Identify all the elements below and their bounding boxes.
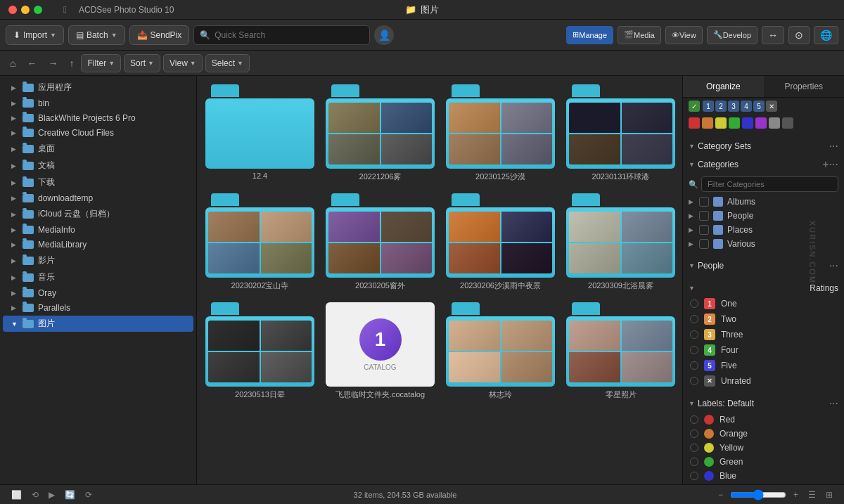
back-button[interactable]: ← [23,55,41,72]
swatch-orange[interactable] [702,117,713,129]
status-icon-btn-5[interactable]: ⟳ [82,489,95,501]
maximize-button[interactable] [34,6,42,14]
media-button[interactable]: 🎬 Media [618,26,661,44]
swatch-gray1[interactable] [769,117,780,129]
people-checkbox[interactable] [699,211,709,221]
extra-button1[interactable]: ↔ [762,26,784,44]
rating-item-2[interactable]: 2 Two [683,311,844,327]
label-item-orange[interactable]: Orange [683,427,844,441]
grid-item[interactable]: 12.4 [203,82,317,185]
status-icon-btn-3[interactable]: ▶ [46,489,58,501]
cat-item-albums[interactable]: ▶ Albums [683,195,844,209]
select-button[interactable]: Select ▼ [205,54,250,72]
categories-add-icon[interactable]: + [822,158,829,171]
swatch-yellow[interactable] [715,117,727,129]
manage-button[interactable]: ⊞ Manage [566,26,613,44]
rating-item-1[interactable]: 1 One [683,296,844,311]
grid-item[interactable]: 20230131环球港 [563,82,678,185]
minimize-button[interactable] [21,6,30,14]
places-checkbox[interactable] [699,225,709,235]
badge-4[interactable]: 4 [741,101,752,112]
categories-header[interactable]: ▼ Categories + ··· [683,155,844,174]
sidebar-item-music[interactable]: ▶ 音乐 [3,269,193,285]
swatch-gray2[interactable] [782,117,793,129]
zoom-slider[interactable] [730,489,786,500]
cat-item-places[interactable]: ▶ Places [683,223,844,237]
home-button[interactable]: ⌂ [6,55,20,72]
grid-item[interactable]: 20230202宝山寺 [203,190,317,294]
import-button[interactable]: ⬇ Import ▼ [6,25,64,45]
view-mode-button[interactable]: View ▼ [163,54,203,72]
sidebar-item-apps[interactable]: ▶ 应用程序 [3,79,193,96]
grid-view-button[interactable]: ⊞ [823,489,836,501]
tab-organize[interactable]: Organize [683,76,764,97]
category-sets-header[interactable]: ▼ Category Sets ··· [683,137,844,155]
rating-item-5[interactable]: 5 Five [683,358,844,373]
people-more-icon[interactable]: ··· [829,259,838,272]
rating-item-unrated[interactable]: ✕ Unrated [683,373,844,389]
people-section-header[interactable]: ▼ People ··· [683,257,844,275]
filter-button[interactable]: Filter ▼ [81,54,121,72]
sidebar-item-downloadtemp[interactable]: ▶ downloadtemp [3,191,193,205]
badge-3[interactable]: 3 [728,101,739,112]
up-button[interactable]: ↑ [65,55,78,72]
sort-button[interactable]: Sort ▼ [124,54,160,72]
rating-item-4[interactable]: 4 Four [683,342,844,358]
grid-item[interactable]: 20230205窗外 [323,190,437,294]
categories-more-icon[interactable]: ··· [829,158,838,171]
list-view-button[interactable]: ☰ [805,489,819,501]
label-item-red[interactable]: Red [683,413,844,427]
sidebar-item-pictures[interactable]: ▼ 图片 [3,316,193,332]
cat-item-people[interactable]: ▶ People [683,209,844,223]
batch-button[interactable]: ▤ Batch ▼ [68,25,125,45]
sidebar-item-cc[interactable]: ▶ Creative Cloud Files [3,126,193,140]
sidebar-item-documents[interactable]: ▶ 文稿 [3,157,193,174]
badge-5[interactable]: 5 [753,101,765,112]
labels-more-icon[interactable]: ··· [829,397,838,410]
status-icon-btn-1[interactable]: ⬜ [8,489,25,501]
user-avatar[interactable]: 👤 [374,25,394,45]
status-icon-btn-2[interactable]: ⟲ [29,489,41,501]
sidebar-item-desktop[interactable]: ▶ 桌面 [3,141,193,157]
label-item-yellow[interactable]: Yellow [683,441,844,455]
view-button[interactable]: 👁 View [665,26,703,44]
grid-item[interactable]: 20230125沙漠 [443,82,558,185]
cat-item-various[interactable]: ▶ Various [683,237,844,251]
grid-item[interactable]: 20230309北浴晨雾 [563,190,678,294]
sidebar-item-mediainfo[interactable]: ▶ MediaInfo [3,223,193,237]
develop-button[interactable]: 🔧 Develop [707,26,757,44]
badge-x[interactable]: ✕ [766,101,777,112]
close-button[interactable] [8,6,17,14]
filter-categories-input[interactable] [701,176,838,192]
sidebar-item-bin[interactable]: ▶ bin [3,96,193,110]
sidebar-item-movies[interactable]: ▶ 影片 [3,252,193,269]
badge-2[interactable]: 2 [715,101,727,112]
extra-button3[interactable]: 🌐 [814,26,838,44]
sendpix-button[interactable]: 📤 SendPix [129,25,190,45]
zoom-in-button[interactable]: + [791,489,801,501]
grid-item[interactable]: 20230206沙溪雨中夜景 [443,190,558,294]
label-item-blue[interactable]: Blue [683,469,844,483]
rating-check-icon[interactable]: ✓ [689,101,700,112]
grid-item[interactable]: 20221206雾 [323,82,437,185]
labels-header[interactable]: ▼ Labels: Default ··· [683,394,844,413]
ratings-header[interactable]: ▼ Ratings [683,280,844,296]
search-input[interactable] [215,30,364,40]
swatch-purple[interactable] [755,117,767,129]
badge-1[interactable]: 1 [703,101,714,112]
sidebar-item-oray[interactable]: ▶ Oray [3,286,193,300]
sidebar-item-medialibrary[interactable]: ▶ MediaLibrary [3,238,193,252]
sidebar-item-icloud[interactable]: ▶ iCloud 云盘（归档） [3,206,193,222]
sidebar-item-parallels[interactable]: ▶ Parallels [3,301,193,315]
sidebar-item-downloads[interactable]: ▶ 下载 [3,174,193,190]
grid-item[interactable]: 林志玲 [443,299,558,403]
sidebar-item-bwprojects[interactable]: ▶ BlackWhite Projects 6 Pro [3,111,193,125]
forward-button[interactable]: → [44,55,62,72]
swatch-green[interactable] [729,117,740,129]
label-item-green[interactable]: Green [683,455,844,469]
grid-item[interactable]: 1 CATALOG 飞思临时文件夹.cocatalog [323,299,437,403]
albums-checkbox[interactable] [699,197,709,207]
grid-item[interactable]: 20230513日晕 [203,299,317,403]
category-sets-more-icon[interactable]: ··· [829,140,838,153]
status-icon-btn-4[interactable]: 🔄 [62,489,78,501]
